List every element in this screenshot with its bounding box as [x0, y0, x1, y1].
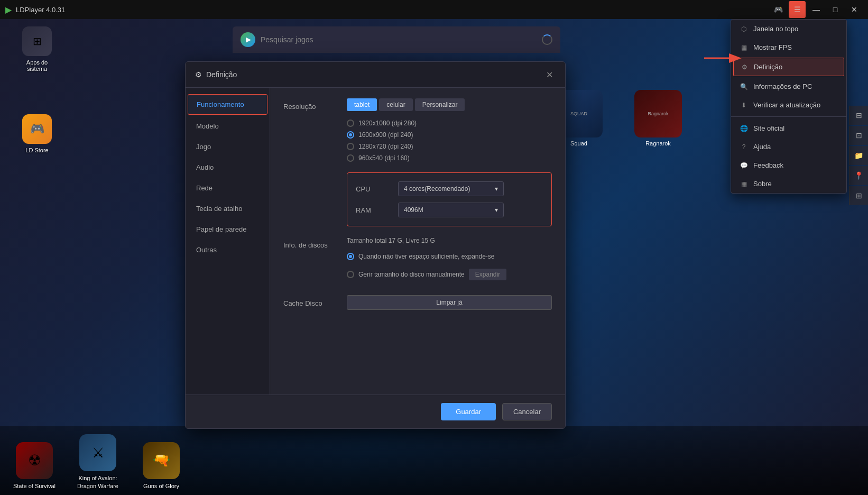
tab-tablet[interactable]: tablet	[347, 98, 377, 111]
update-label: Verificar a atualização	[753, 101, 820, 109]
nav-outras[interactable]: Outras	[186, 240, 270, 260]
menu-item-fps[interactable]: ▦ Mostrar FPS	[731, 38, 846, 57]
menu-item-definicao[interactable]: ⚙ Definição	[733, 58, 844, 76]
cpu-dropdown-icon: ▾	[495, 185, 498, 192]
ram-dropdown-icon: ▾	[495, 206, 498, 214]
janela-icon: ⬡	[740, 25, 748, 33]
ajuda-icon: ?	[740, 143, 748, 151]
clear-cache-button[interactable]: Limpar já	[347, 295, 552, 310]
resolution-tabs: tablet celular Personalizar	[347, 98, 552, 111]
ram-select[interactable]: 4096M ▾	[398, 203, 504, 217]
settings-content: Resolução tablet celular Personalizar 19…	[270, 88, 565, 395]
titlebar-left: ▶ LDPlayer 4.0.31	[5, 5, 65, 15]
app-title: LDPlayer 4.0.31	[16, 6, 65, 14]
dialog-header: ⚙ Definição ✕	[186, 62, 565, 88]
menu-item-pc-info[interactable]: 🔍 Informações de PC	[731, 77, 846, 96]
nav-papel[interactable]: Papel de parede	[186, 219, 270, 240]
disk-info-controls: Tamanho total 17 G, Livre 15 G Quando nã…	[347, 237, 552, 285]
red-arrow-indicator	[704, 50, 746, 66]
disk-size-text: Tamanho total 17 G, Livre 15 G	[347, 237, 552, 244]
menu-button[interactable]: ☰	[789, 1, 806, 18]
disk-auto-label: Quando não tiver espaço suficiente, expa…	[358, 253, 495, 260]
nav-rede[interactable]: Rede	[186, 178, 270, 198]
tab-celular[interactable]: celular	[379, 98, 412, 111]
settings-gear-icon: ⚙	[195, 70, 202, 79]
minimize-button[interactable]: —	[808, 1, 825, 18]
disk-manual-label: Gerir tamanho do disco manualmente	[358, 271, 465, 278]
close-button[interactable]: ✕	[846, 1, 863, 18]
fps-label: Mostrar FPS	[753, 43, 792, 51]
disk-info-label: Info. de discos	[283, 237, 347, 249]
res-540-label: 960x540 (dpi 160)	[358, 154, 410, 162]
radio-540-icon	[347, 154, 354, 162]
disk-manual-row: Gerir tamanho do disco manualmente Expan…	[347, 269, 552, 280]
radio-1080-icon	[347, 120, 354, 127]
dialog-title-text: Definição	[206, 70, 237, 79]
cancel-button[interactable]: Cancelar	[502, 403, 552, 420]
gamepad-button[interactable]: 🎮	[770, 1, 787, 18]
cpu-select[interactable]: 4 cores(Recomendado) ▾	[398, 181, 504, 196]
ajuda-label: Ajuda	[753, 143, 771, 151]
res-option-720[interactable]: 1280x720 (dpi 240)	[347, 143, 552, 150]
desktop: ▶ LDPlayer 4.0.31 🎮 ☰ — □ ✕ ▶ Pesquisar …	[0, 0, 868, 495]
definicao-label: Definição	[754, 63, 782, 71]
res-option-1080[interactable]: 1920x1080 (dpi 280)	[347, 120, 552, 127]
feedback-icon: 💬	[740, 162, 748, 169]
feedback-label: Feedback	[753, 161, 783, 169]
disk-auto-row: Quando não tiver espaço suficiente, expa…	[347, 253, 552, 260]
settings-dialog: ⚙ Definição ✕ Funcionamento Modelo Jogo …	[185, 61, 566, 429]
menu-item-janela[interactable]: ⬡ Janela no topo	[731, 20, 846, 38]
titlebar: ▶ LDPlayer 4.0.31 🎮 ☰ — □ ✕	[0, 0, 868, 19]
menu-item-update[interactable]: ⬇ Verificar a atualização	[731, 96, 846, 114]
update-icon: ⬇	[740, 102, 748, 109]
radio-720-icon	[347, 143, 354, 150]
site-icon: 🌐	[740, 125, 748, 132]
cpu-row: CPU 4 cores(Recomendado) ▾	[356, 181, 543, 196]
menu-divider	[731, 116, 846, 117]
dialog-title: ⚙ Definição	[195, 70, 237, 79]
dialog-close-button[interactable]: ✕	[543, 68, 556, 81]
cpu-value: 4 cores(Recomendado)	[404, 185, 470, 192]
cpu-label: CPU	[356, 185, 398, 193]
nav-audio[interactable]: Audio	[186, 157, 270, 178]
dialog-footer: Guardar Cancelar	[186, 395, 565, 428]
ram-value: 4096M	[404, 206, 423, 214]
cache-label: Cache Disco	[283, 295, 347, 307]
menu-item-feedback[interactable]: 💬 Feedback	[731, 156, 846, 175]
res-720-label: 1280x720 (dpi 240)	[358, 143, 413, 150]
res-option-900[interactable]: 1600x900 (dpi 240)	[347, 131, 552, 139]
nav-modelo[interactable]: Modelo	[186, 116, 270, 136]
radio-disk-auto-icon	[347, 253, 354, 260]
radio-disk-manual-icon	[347, 271, 354, 278]
ram-row: RAM 4096M ▾	[356, 203, 543, 217]
menu-item-site[interactable]: 🌐 Site oficial	[731, 119, 846, 138]
titlebar-controls: 🎮 ☰ — □ ✕	[770, 1, 863, 18]
save-button[interactable]: Guardar	[441, 403, 496, 420]
resolution-row: Resolução tablet celular Personalizar 19…	[283, 98, 552, 162]
tab-personalizar[interactable]: Personalizar	[415, 98, 465, 111]
nav-jogo[interactable]: Jogo	[186, 136, 270, 157]
dialog-body: Funcionamento Modelo Jogo Audio Rede Tec…	[186, 88, 565, 395]
radio-900-icon	[347, 131, 354, 139]
disk-info-row: Info. de discos Tamanho total 17 G, Livr…	[283, 237, 552, 285]
janela-label: Janela no topo	[753, 25, 798, 33]
cpu-ram-box: CPU 4 cores(Recomendado) ▾ RAM 4096M ▾	[347, 172, 552, 226]
nav-funcionamento[interactable]: Funcionamento	[188, 94, 267, 115]
ram-label: RAM	[356, 206, 398, 214]
resolution-label: Resolução	[283, 98, 347, 111]
res-1080-label: 1920x1080 (dpi 280)	[358, 120, 417, 127]
resolution-controls: tablet celular Personalizar 1920x1080 (d…	[347, 98, 552, 162]
nav-tecla[interactable]: Tecla de atalho	[186, 198, 270, 219]
res-900-label: 1600x900 (dpi 240)	[358, 131, 413, 139]
res-option-540[interactable]: 960x540 (dpi 160)	[347, 154, 552, 162]
cache-disk-row: Cache Disco Limpar já	[283, 295, 552, 310]
restore-button[interactable]: □	[827, 1, 844, 18]
site-label: Site oficial	[753, 124, 784, 132]
sobre-icon: ▦	[740, 180, 748, 188]
menu-item-ajuda[interactable]: ? Ajuda	[731, 138, 846, 156]
menu-item-sobre[interactable]: ▦ Sobre	[731, 175, 846, 193]
settings-sidebar: Funcionamento Modelo Jogo Audio Rede Tec…	[186, 88, 270, 395]
pc-info-label: Informações de PC	[753, 82, 812, 90]
expand-button[interactable]: Expandir	[469, 269, 506, 280]
app-logo-icon: ▶	[5, 5, 12, 15]
